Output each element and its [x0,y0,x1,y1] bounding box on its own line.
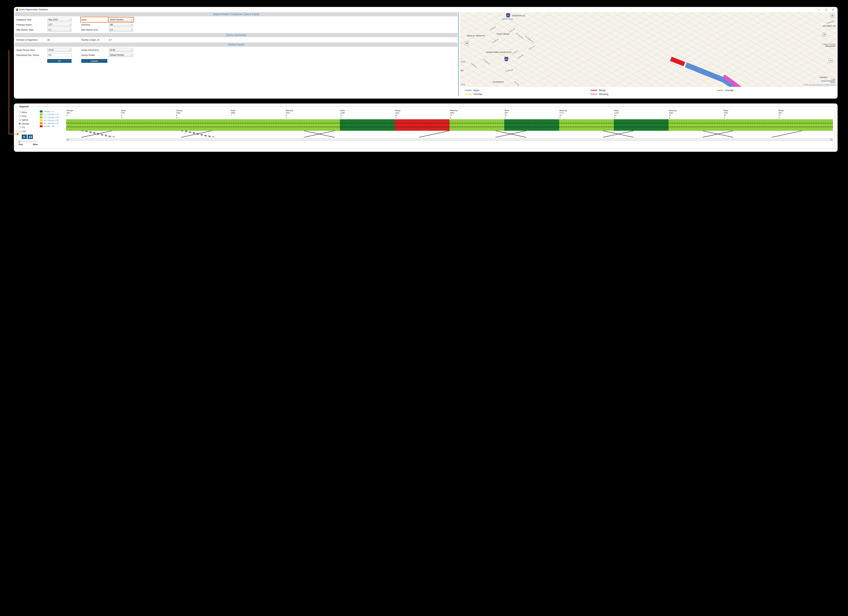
route-shield-icon: 29 [465,41,468,45]
nseg-value: 16 [47,38,71,41]
bing-logo: bing [461,83,465,86]
legend-item: Overlap [465,93,584,95]
density-legend-row: 11 < Density ≤ 18 [40,113,64,116]
query-window: Query Segmentation Database — ▢ ✕ Segmen… [14,7,838,99]
segment-panel-title: Segment [19,105,30,108]
ok-button[interactable]: OK [47,59,71,63]
legend-item: Basic [465,89,584,92]
segment-column: Weaving1643114 [449,109,504,119]
segment-column: Basic52954 [121,109,176,119]
summary-header: Query Summary [15,33,458,37]
radio-flow[interactable]: Flow [19,114,38,118]
legend-item: Merge [591,89,711,92]
map-area-label: WESLEY HEIGHTS [467,35,485,37]
legend-item: Weaving [591,93,711,95]
radio-los[interactable]: LOS [19,129,38,133]
route-shield-icon: 29 [830,14,834,18]
chevron-down-icon: ▾ [131,19,132,21]
route-shield-icon: 16 [822,33,826,37]
direction-combo[interactable]: NB▾ [109,23,133,27]
hp-combo[interactable]: Default Distribu▾ [109,53,133,57]
map-area-label: GREENVILLE [512,15,525,17]
segment-column: Basic129993 [340,109,394,119]
chevron-down-icon: ▾ [70,19,71,21]
global-header: Global Inputs [15,43,458,47]
segment-column: Weaving192583 [285,109,340,119]
metric-radios: NoneFlowSpeedDensityTTILOS [19,109,38,133]
mm-end-label: Mile Marker End [81,28,107,32]
interstate-shield-icon: 277 [504,57,509,61]
segment-column: Basic1129143 [614,109,669,119]
map-area-label: Rosem [830,81,836,83]
interstate-shield-icon: 77 [506,13,510,17]
chevron-down-icon: ▾ [70,24,71,25]
state-label: State [81,18,107,22]
segment-column: Basic28567 [230,109,285,119]
map-scalebar: 1 mile [821,78,835,81]
map-area-label: CHERRY [819,76,828,78]
sps-combo[interactable]: 07:00▾ [47,48,71,52]
cancel-button[interactable]: Cancel [81,59,107,63]
mm-end-combo[interactable]: 3.6▾ [109,28,133,32]
db-date-label: Database Date [16,18,46,22]
chevron-down-icon: ▾ [131,54,132,56]
segment-column: Merge245174 [778,109,833,119]
chevron-down-icon: ▾ [131,29,132,31]
fast-label: Fast [19,143,23,146]
spe-combo[interactable]: 09:00▾ [109,48,133,52]
map-area-label: Uptown Village [502,18,513,20]
segment-window: Segment NoneFlowSpeedDensityTTILOS ▶ ❚❚ [14,104,838,152]
ddf-input[interactable] [47,53,71,57]
density-legend: Density ≤ 1111 < Density ≤ 1818 < Densit… [40,109,64,146]
play-button[interactable]: ▶ [22,135,27,139]
pause-button[interactable]: ❚❚ [28,135,33,139]
speed-slider[interactable] [19,141,38,143]
radio-none[interactable]: None [19,110,38,114]
minimize-button[interactable]: — [816,7,823,12]
map-area-label: RK [461,70,464,71]
close-button[interactable]: ✕ [830,7,836,12]
inputs-pane: Segmentation Database Query Inputs Datab… [15,12,458,96]
radio-speed[interactable]: Speed [19,118,38,122]
maximize-button[interactable]: ▢ [823,7,830,12]
segment-column: Weaving1542153 [669,109,723,119]
chevron-down-icon: ▾ [70,29,71,31]
segment-column: Diverge153064 [176,109,230,119]
map-pane: GREENVILLE Uptown Village OPTIMIST PA TH… [458,12,836,96]
map-legend: BasicMergeDivergeOverlapWeaving [460,87,836,96]
map-area-label: BELMONT [826,45,836,47]
density-legend-row: Density > 45 [40,125,64,127]
sps-label: Study Period Start [16,48,46,52]
chevron-down-icon: ▾ [131,24,132,25]
segment-scrollbar[interactable]: ◂▸ [66,138,833,141]
segment-column: Basic645122 [504,109,559,119]
map-area-label: DILWORTH [493,81,504,83]
slow-label: Slow [33,143,38,146]
density-legend-row: Density ≤ 11 [40,110,64,113]
mm-start-label: Mile Marker Start [16,28,46,32]
window-title: Query Segmentation Database [19,8,48,11]
direction-label: Direction [81,23,107,27]
radio-tti[interactable]: TTI [19,126,38,129]
spe-label: Study Period End [81,48,107,52]
flen-value: 3.7 [109,38,133,41]
db-date-combo[interactable]: May 2019▾ [47,18,71,22]
density-legend-row: 35 < Density ≤ 45 [40,122,64,125]
segment-column: Weaving1772134 [559,109,614,119]
chevron-down-icon: ▾ [70,49,71,51]
route-shield-icon: 74 [829,59,832,62]
segment-strip: Diverge4364Basic52954Diverge153064Basic2… [66,109,833,146]
segment-column: Diverge4364 [66,109,121,119]
map[interactable]: GREENVILLE Uptown Village OPTIMIST PA TH… [460,12,836,87]
density-legend-row: 18 < Density ≤ 26 [40,116,64,119]
chevron-down-icon: ▾ [131,49,132,51]
density-legend-row: 26 < Density ≤ 35 [40,119,64,122]
freeway-label: Freeway Name [16,23,46,27]
freeway-combo[interactable]: I277▾ [47,23,71,27]
state-combo[interactable]: North Carolina▾ [109,18,133,22]
map-area-label: THIRD WARD [497,33,510,35]
app-icon [16,8,18,11]
radio-density[interactable]: Density [19,122,38,126]
inputs-header: Segmentation Database Query Inputs [15,12,458,16]
mm-start-combo[interactable]: 0.1▾ [47,28,71,32]
